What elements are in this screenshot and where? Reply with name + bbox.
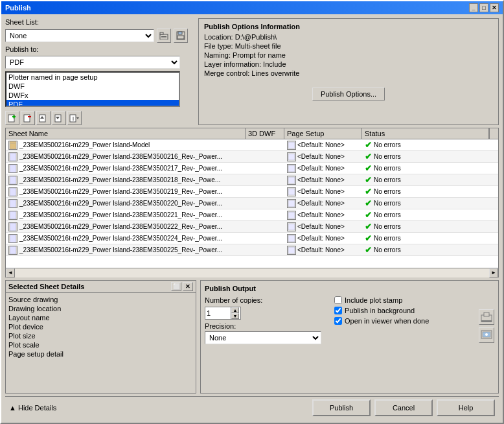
page-setup-icon: [287, 246, 296, 255]
minimize-button[interactable]: _: [469, 3, 478, 12]
include-plot-stamp-checkbox[interactable]: [334, 296, 342, 304]
status-text: No errors: [374, 165, 401, 172]
open-viewer-row: Open in viewer when done: [334, 317, 466, 325]
move-down-button[interactable]: [52, 111, 66, 125]
cell-page-setup: <Default: None>: [284, 233, 362, 244]
detail-plot-device: Plot device: [8, 323, 193, 331]
status-check-icon: ✔: [365, 140, 372, 150]
horizontal-scrollbar[interactable]: ◄ ►: [6, 268, 498, 277]
sheet-list-select[interactable]: None: [5, 29, 154, 42]
detail-label: Source drawing: [8, 296, 86, 303]
publish-background-checkbox[interactable]: [334, 307, 342, 314]
publish-dialog: Publish _ □ ✕ Sheet List: None: [0, 0, 504, 424]
table-body: _238EM3500216t-m229_Power Island-Model <…: [6, 139, 498, 268]
open-viewer-checkbox[interactable]: [334, 317, 342, 325]
copies-row: Number of copies:: [205, 296, 321, 304]
output-content-row: Number of copies: ▲ ▼ Precision:: [205, 296, 494, 344]
status-check-icon: ✔: [365, 198, 372, 208]
table-row[interactable]: _238EM3500216t-m229_Power Island-238EM35…: [6, 244, 498, 256]
sheet-name-text: _238EM3500216t-m229_Power Island-238EM35…: [19, 211, 222, 218]
publish-button[interactable]: Publish: [312, 399, 371, 416]
publish-to-label: Publish to:: [5, 45, 193, 53]
svg-rect-26: [10, 176, 16, 184]
table-row[interactable]: _238EM3500216t-m229_Power Island-238EM35…: [6, 221, 498, 233]
viewer-settings-button[interactable]: [479, 327, 494, 343]
hide-details-button[interactable]: ▲ Hide Details: [9, 404, 56, 412]
sheet-name-text: _238EM3500216t-m229_Power Island-238EM35…: [19, 200, 222, 207]
table-row[interactable]: _238EM3500216t-m229_Power Island-238EM35…: [6, 233, 498, 244]
copies-input[interactable]: [205, 307, 231, 319]
table-row[interactable]: _238EM3500216t-m229_Power Island-238EM35…: [6, 209, 498, 221]
publish-output-title: Publish Output: [205, 285, 494, 292]
scroll-track[interactable]: [15, 268, 489, 277]
list-item-plotter[interactable]: Plotter named in page setup: [6, 73, 179, 82]
add-sheet-button[interactable]: [5, 111, 19, 125]
page-setup-icon: [287, 187, 296, 196]
svg-rect-23: [288, 154, 295, 160]
precision-label: Precision:: [205, 322, 321, 330]
right-panel: Publish Options Information Location: D:…: [198, 18, 499, 125]
close-button[interactable]: ✕: [490, 3, 499, 12]
cell-page-setup: <Default: None>: [284, 210, 362, 220]
increment-button[interactable]: ▲: [231, 307, 239, 313]
panel-restore-button[interactable]: ⬜: [171, 282, 181, 291]
status-text: No errors: [374, 246, 401, 253]
publish-to-select[interactable]: Plotter named in page setup DWF DWFx PDF: [5, 56, 180, 69]
help-button[interactable]: Help: [437, 399, 495, 416]
table-row[interactable]: _238EM3500216t-m229_Power Island-238EM35…: [6, 186, 498, 198]
list-item-dwfx[interactable]: DWFx: [6, 91, 179, 100]
scroll-left-button[interactable]: ◄: [6, 268, 15, 277]
bottom-section: Selected Sheet Details ⬜ ✕ Source drawin…: [5, 280, 499, 394]
remove-sheet-button[interactable]: [21, 111, 35, 125]
publish-options-button[interactable]: Publish Options...: [312, 88, 385, 100]
detail-label: Plot scale: [8, 341, 86, 349]
status-check-icon: ✔: [365, 233, 372, 243]
open-sheet-list-button[interactable]: [157, 29, 171, 43]
stamp-settings-button[interactable]: [479, 309, 494, 325]
detail-label: Layout name: [8, 314, 86, 322]
maximize-button[interactable]: □: [479, 3, 488, 12]
svg-rect-25: [288, 165, 295, 172]
status-check-icon: ✔: [365, 210, 372, 220]
import-sheets-button[interactable]: [67, 111, 82, 125]
status-check-icon: ✔: [365, 152, 372, 161]
panel-close-button[interactable]: ✕: [183, 282, 193, 291]
list-item-pdf[interactable]: PDF: [6, 100, 179, 107]
save-sheet-list-button[interactable]: [174, 29, 188, 43]
cell-status: ✔ No errors: [362, 139, 498, 150]
decrement-button[interactable]: ▼: [231, 313, 239, 319]
cell-status: ✔No errors: [362, 151, 498, 162]
scroll-right-button[interactable]: ►: [489, 268, 498, 277]
cell-3d-dwf: [246, 168, 284, 169]
sheet-icon: [8, 211, 17, 220]
svg-rect-31: [288, 200, 295, 207]
page-setup-icon: [287, 222, 296, 231]
sheet-icon: [8, 152, 17, 161]
detail-label: Drawing location: [8, 305, 86, 312]
cell-page-setup: <Default: None>: [284, 222, 362, 232]
publish-to-list[interactable]: Plotter named in page setup DWF DWFx PDF: [5, 71, 180, 107]
cell-status: ✔No errors: [362, 186, 498, 197]
status-text: No errors: [374, 188, 401, 195]
move-up-button[interactable]: [36, 111, 51, 125]
precision-select[interactable]: None: [205, 331, 321, 344]
list-item-dwf[interactable]: DWF: [6, 82, 179, 91]
copies-spinner[interactable]: ▲ ▼: [205, 307, 241, 320]
svg-rect-22: [10, 153, 16, 161]
table-row[interactable]: _238EM3500216t-m229_Power Island-Model <…: [6, 139, 498, 151]
cancel-button[interactable]: Cancel: [374, 399, 433, 416]
sheet-toolbar: [5, 111, 193, 125]
sheet-icon: [8, 222, 17, 231]
sheet-icon: [8, 176, 17, 185]
panel-header: Selected Sheet Details ⬜ ✕: [6, 281, 196, 293]
status-check-icon: ✔: [365, 245, 372, 255]
header-status: Status: [362, 128, 489, 139]
table-row[interactable]: _238EM3500216t-m229_Power Island-238EM35…: [6, 151, 498, 163]
info-file-type: File type: Multi-sheet file: [204, 42, 493, 50]
include-plot-stamp-row: Include plot stamp: [334, 296, 466, 304]
detail-plot-size: Plot size: [8, 332, 193, 340]
table-row[interactable]: _238EM3500216t-m229_Power Island-238EM35…: [6, 198, 498, 209]
table-row[interactable]: _238EM3500216t-m229_Power Island-238EM35…: [6, 163, 498, 174]
table-row[interactable]: _238EM3500216t-m229_Power Island-238EM35…: [6, 174, 498, 186]
cell-status: ✔No errors: [362, 209, 498, 220]
